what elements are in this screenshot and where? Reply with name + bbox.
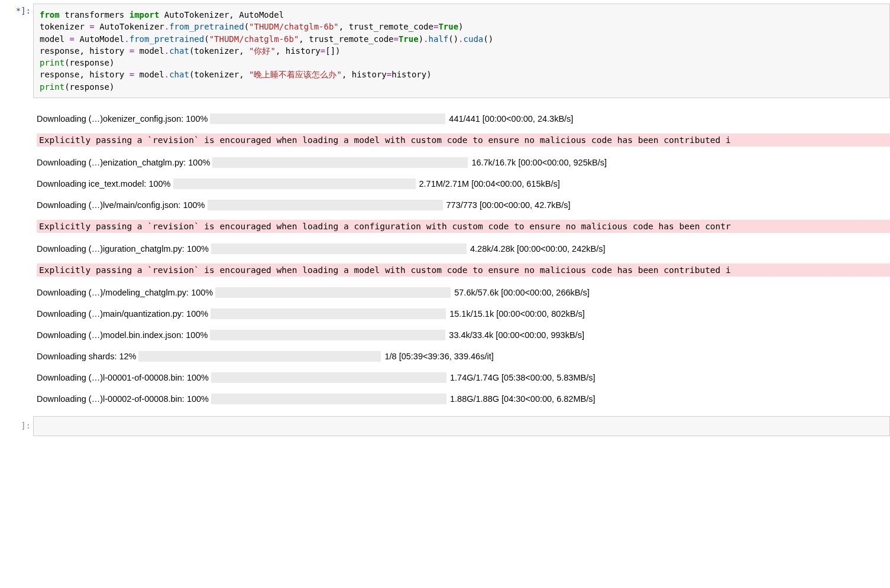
progress-bar — [211, 394, 446, 404]
progress-bar — [210, 113, 445, 124]
progress-row: Downloading ice_text.model: 100% 2.71M/2… — [37, 178, 890, 189]
progress-label: Downloading (…)okenizer_config.json: 100… — [37, 114, 208, 124]
code-cell[interactable]: from transformers import AutoTokenizer, … — [33, 4, 890, 98]
progress-row: Downloading (…)lve/main/config.json: 100… — [37, 200, 890, 210]
progress-row: Downloading (…)okenizer_config.json: 100… — [37, 113, 890, 124]
progress-row: Downloading (…)/modeling_chatglm.py: 100… — [37, 287, 890, 298]
warning-text: Explicitly passing a `revision` is encou… — [37, 134, 890, 147]
empty-code-cell[interactable] — [33, 416, 890, 436]
progress-bar — [211, 308, 446, 319]
progress-bar — [215, 287, 451, 298]
progress-row: Downloading shards: 12% 1/8 [05:39<39:36… — [37, 351, 890, 362]
progress-row: Downloading (…)model.bin.index.json: 100… — [37, 330, 890, 340]
progress-row: Downloading (…)l-00001-of-00008.bin: 100… — [37, 372, 890, 383]
progress-bar — [138, 351, 381, 362]
progress-bar — [173, 178, 416, 189]
input-prompt: *]: — [8, 0, 33, 21]
progress-bar — [210, 330, 445, 340]
progress-row: Downloading (…)l-00002-of-00008.bin: 100… — [37, 394, 890, 404]
progress-bar — [211, 372, 446, 383]
progress-bar — [208, 200, 443, 210]
progress-row: Downloading (…)iguration_chatglm.py: 100… — [37, 243, 890, 254]
warning-text: Explicitly passing a `revision` is encou… — [37, 264, 890, 277]
progress-row: Downloading (…)enization_chatglm.py: 100… — [37, 157, 890, 168]
empty-prompt: ]: — [8, 415, 33, 436]
progress-bar — [212, 157, 468, 168]
progress-bar — [211, 243, 467, 254]
output-area: Downloading (…)okenizer_config.json: 100… — [37, 113, 890, 404]
progress-row: Downloading (…)main/quantization.py: 100… — [37, 308, 890, 319]
warning-text: Explicitly passing a `revision` is encou… — [37, 220, 890, 233]
progress-stats: 441/441 [00:00<00:00, 24.3kB/s] — [449, 114, 573, 124]
